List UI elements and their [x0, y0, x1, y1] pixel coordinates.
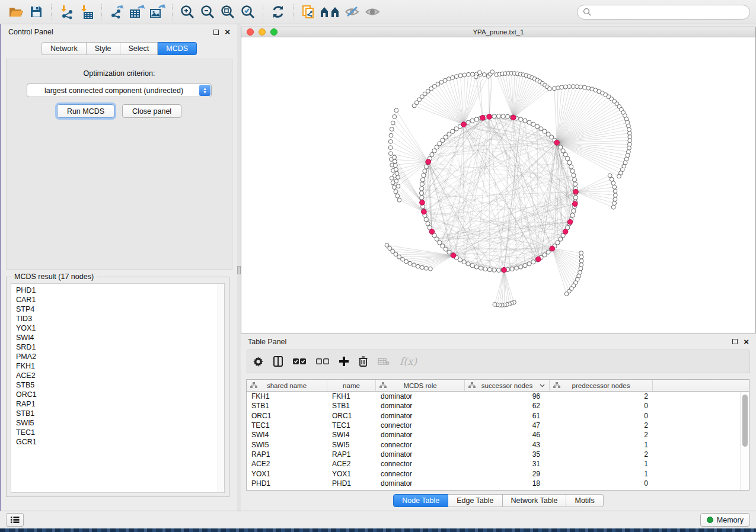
table-cell[interactable]: SWI4 [247, 431, 327, 439]
table-cell[interactable]: dominator [376, 402, 465, 410]
table-cell[interactable]: dominator [376, 450, 465, 459]
network-node[interactable] [613, 185, 617, 189]
network-node[interactable] [579, 85, 583, 89]
table-row[interactable]: TEC1TEC1connector472 [247, 421, 741, 430]
float-panel-icon[interactable] [213, 30, 219, 35]
network-node[interactable] [627, 131, 631, 135]
table-cell[interactable]: FKH1 [247, 392, 327, 400]
network-node[interactable] [627, 124, 631, 128]
result-list-item[interactable]: RAP1 [16, 399, 219, 409]
network-node[interactable] [567, 161, 572, 165]
network-node[interactable] [573, 196, 578, 200]
table-cell[interactable]: 1 [550, 470, 653, 478]
network-node[interactable] [392, 185, 396, 190]
network-node[interactable] [474, 265, 479, 269]
network-node[interactable] [393, 115, 397, 119]
table-cell[interactable]: TEC1 [327, 421, 376, 430]
result-list-item[interactable]: STP4 [16, 305, 219, 314]
table-cell[interactable]: dominator [376, 479, 465, 488]
mcds-result-list[interactable]: PHD1CAR1STP4TID3YOX1SWI4SRD1PMA2FKH1ACE2… [11, 283, 225, 493]
network-node[interactable] [420, 187, 424, 191]
zoom-fit-icon[interactable] [218, 2, 238, 21]
network-node[interactable] [514, 266, 518, 270]
mcds-hub-node[interactable] [422, 209, 427, 214]
network-node[interactable] [613, 189, 617, 193]
table-cell[interactable]: dominator [376, 412, 465, 420]
mcds-hub-node[interactable] [451, 253, 456, 258]
network-node[interactable] [566, 156, 570, 161]
network-node[interactable] [470, 118, 474, 123]
show-all-icon[interactable] [362, 2, 382, 21]
tab-motifs[interactable]: Motifs [566, 494, 603, 507]
open-file-icon[interactable] [6, 2, 26, 21]
table-row[interactable]: FKH1FKH1dominator962 [247, 392, 741, 401]
network-node[interactable] [454, 75, 458, 79]
table-cell[interactable]: 62 [465, 402, 550, 410]
network-node[interactable] [474, 117, 479, 121]
network-node[interactable] [388, 146, 393, 150]
network-node[interactable] [451, 129, 455, 133]
network-node[interactable] [535, 124, 539, 129]
network-node[interactable] [424, 217, 428, 222]
network-node[interactable] [579, 263, 583, 267]
network-node[interactable] [479, 266, 483, 270]
network-node[interactable] [388, 140, 393, 144]
search-field[interactable] [577, 5, 750, 20]
table-cell[interactable]: RAP1 [327, 450, 376, 459]
mcds-hub-node[interactable] [567, 219, 573, 225]
table-cell[interactable]: 18 [465, 479, 550, 488]
network-node[interactable] [523, 118, 527, 123]
mcds-hub-node[interactable] [461, 122, 467, 127]
network-node[interactable] [420, 182, 424, 186]
column-header-name[interactable]: name [327, 380, 376, 391]
network-node[interactable] [563, 85, 567, 89]
network-node[interactable] [613, 201, 617, 206]
table-cell[interactable]: STB1 [327, 402, 376, 410]
mcds-hub-node[interactable] [426, 159, 431, 165]
network-node[interactable] [393, 159, 397, 164]
table-cell[interactable]: 1 [550, 460, 653, 468]
network-node[interactable] [493, 302, 497, 306]
result-list-item[interactable]: YOX1 [16, 323, 219, 333]
network-node[interactable] [496, 268, 500, 272]
table-cell[interactable]: 0 [550, 402, 653, 410]
column-header-successor-nodes[interactable]: successor nodes [465, 380, 550, 391]
first-neighbors-icon[interactable] [318, 2, 342, 21]
network-node[interactable] [548, 86, 552, 91]
network-node[interactable] [462, 260, 466, 264]
table-cell[interactable]: ACE2 [327, 460, 376, 468]
network-node[interactable] [395, 194, 400, 198]
network-node[interactable] [610, 177, 614, 181]
mcds-hub-node[interactable] [572, 201, 578, 207]
delete-row-icon[interactable] [359, 356, 368, 367]
result-list-item[interactable]: ACE2 [16, 371, 219, 380]
network-node[interactable] [390, 127, 394, 132]
table-cell[interactable]: SWI5 [327, 441, 376, 449]
network-node[interactable] [423, 169, 427, 173]
network-node[interactable] [579, 267, 583, 271]
network-node[interactable] [567, 85, 572, 89]
network-node[interactable] [527, 262, 531, 266]
copy-network-icon[interactable] [298, 2, 318, 21]
add-row-icon[interactable] [339, 357, 349, 366]
network-node[interactable] [390, 176, 394, 180]
result-list-item[interactable]: FKH1 [16, 361, 219, 371]
network-node[interactable] [401, 257, 405, 261]
network-window-titlebar[interactable]: YPA_prune.txt_1 [241, 27, 755, 37]
network-node[interactable] [496, 114, 500, 118]
zoom-out-icon[interactable] [197, 2, 218, 21]
export-table-icon[interactable] [127, 2, 147, 21]
network-node[interactable] [430, 152, 434, 156]
column-selector-icon[interactable] [273, 356, 283, 367]
table-cell[interactable]: 2 [550, 431, 653, 439]
deselect-all-icon[interactable] [316, 358, 329, 365]
network-node[interactable] [579, 255, 583, 259]
network-node[interactable] [466, 120, 470, 124]
export-image-icon[interactable] [147, 2, 167, 21]
table-cell[interactable]: 0 [550, 479, 653, 488]
network-node[interactable] [470, 72, 474, 76]
table-cell[interactable]: 0 [550, 412, 653, 420]
table-row[interactable]: SWI5SWI5connector431 [247, 440, 741, 449]
table-cell[interactable]: STB1 [247, 402, 327, 410]
network-node[interactable] [420, 196, 424, 200]
